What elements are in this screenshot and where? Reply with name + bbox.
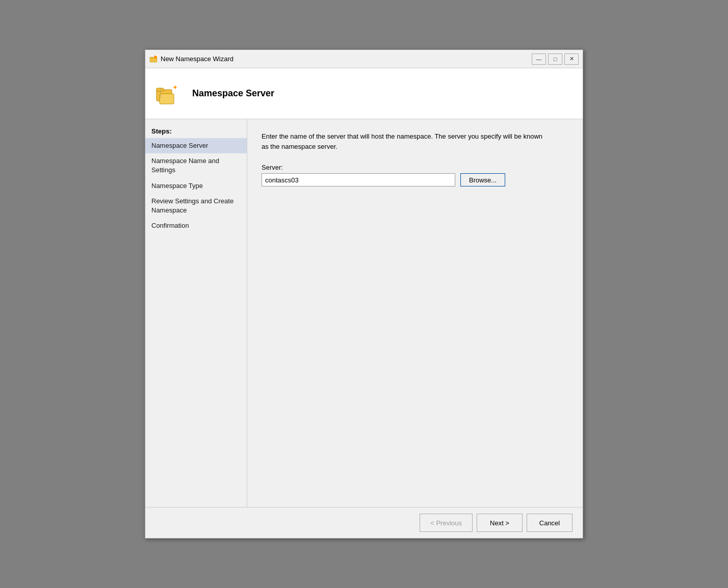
wizard-header-icon: ✦ (155, 79, 184, 108)
sidebar-item-review-settings[interactable]: Review Settings and Create Namespace (145, 194, 247, 218)
window-title: New Namespace Wizard (161, 55, 233, 63)
wizard-window: ✦ New Namespace Wizard — □ ✕ ✦ Namespace… (145, 49, 583, 539)
previous-button[interactable]: < Previous (420, 514, 473, 532)
wizard-header: ✦ Namespace Server (145, 68, 583, 119)
main-content: Enter the name of the server that will h… (247, 119, 583, 507)
svg-rect-1 (150, 57, 153, 59)
svg-text:✦: ✦ (155, 55, 158, 60)
svg-rect-5 (157, 88, 164, 91)
cancel-button[interactable]: Cancel (527, 514, 573, 532)
browse-button[interactable]: Browse... (460, 173, 505, 186)
steps-label: Steps: (145, 124, 247, 138)
title-bar-controls: — □ ✕ (532, 54, 579, 65)
server-input[interactable] (262, 173, 455, 186)
content-area: Steps: Namespace Server Namespace Name a… (145, 119, 583, 507)
sidebar-item-namespace-server[interactable]: Namespace Server (145, 138, 247, 153)
sidebar: Steps: Namespace Server Namespace Name a… (145, 119, 247, 507)
footer: < Previous Next > Cancel (145, 507, 583, 538)
sidebar-item-confirmation[interactable]: Confirmation (145, 218, 247, 233)
next-button[interactable]: Next > (477, 514, 523, 532)
header-title: Namespace Server (192, 88, 274, 99)
maximize-button[interactable]: □ (548, 54, 562, 65)
title-bar-left: ✦ New Namespace Wizard (149, 55, 233, 63)
window-icon: ✦ (149, 55, 158, 63)
sidebar-item-namespace-type[interactable]: Namespace Type (145, 178, 247, 194)
header-title-text: Namespace Server (192, 88, 274, 98)
server-label: Server: (262, 164, 568, 171)
title-bar: ✦ New Namespace Wizard — □ ✕ (145, 50, 583, 68)
svg-rect-6 (160, 94, 174, 104)
server-form-group: Server: Browse... (262, 164, 568, 191)
minimize-button[interactable]: — (532, 54, 546, 65)
sidebar-item-namespace-name[interactable]: Namespace Name and Settings (145, 153, 247, 178)
close-button[interactable]: ✕ (564, 54, 579, 65)
description-text: Enter the name of the server that will h… (262, 131, 547, 151)
svg-text:✦: ✦ (172, 84, 178, 91)
server-input-row: Browse... (262, 173, 568, 186)
